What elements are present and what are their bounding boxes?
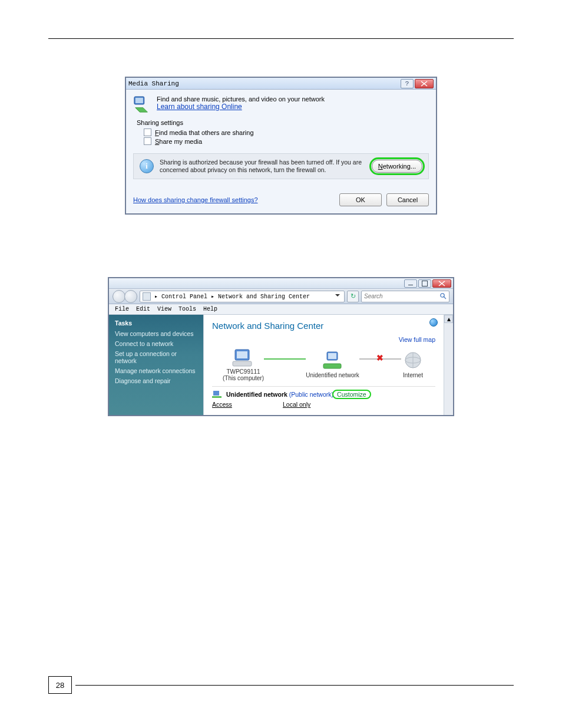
- access-value: Local only: [283, 401, 310, 408]
- cancel-button[interactable]: Cancel: [386, 193, 429, 206]
- window-chrome: [109, 278, 453, 289]
- globe-icon: [401, 351, 425, 372]
- scroll-up-icon[interactable]: ▴: [444, 315, 453, 323]
- help-icon[interactable]: ?: [401, 79, 414, 88]
- svg-rect-5: [237, 351, 247, 358]
- view-full-map-link[interactable]: View full map: [399, 336, 435, 343]
- tasks-header: Tasks: [115, 319, 197, 327]
- menu-help[interactable]: Help: [201, 306, 220, 312]
- tasks-sidebar: Tasks View computers and devices Connect…: [109, 315, 203, 415]
- find-media-checkbox[interactable]: [144, 129, 151, 136]
- task-view-computers[interactable]: View computers and devices: [115, 330, 197, 337]
- svg-rect-1: [135, 98, 143, 103]
- task-diagnose-repair[interactable]: Diagnose and repair: [115, 377, 197, 384]
- search-placeholder: Search: [364, 293, 383, 299]
- svg-rect-12: [213, 391, 219, 396]
- svg-line-3: [444, 297, 447, 299]
- menu-bar: File Edit View Tools Help: [109, 304, 453, 315]
- learn-sharing-link[interactable]: Learn about sharing Online: [157, 103, 325, 111]
- minimize-icon[interactable]: [404, 279, 417, 288]
- vertical-scrollbar[interactable]: ▴: [444, 315, 453, 415]
- node-this-computer: TWPC99111 (This computer): [223, 347, 264, 381]
- share-media-label: Share my media: [155, 138, 202, 145]
- search-input[interactable]: Search: [361, 291, 449, 302]
- info-icon: i: [140, 159, 154, 173]
- chevron-down-icon[interactable]: [333, 291, 342, 302]
- breadcrumb-text: ▸ Control Panel ▸ Network and Sharing Ce…: [154, 293, 310, 300]
- firewall-settings-link[interactable]: How does sharing change firewall setting…: [133, 196, 258, 203]
- edge-broken: [359, 358, 401, 360]
- back-button[interactable]: [113, 290, 125, 303]
- node-pc-caption: (This computer): [223, 375, 264, 381]
- svg-rect-9: [323, 364, 341, 368]
- network-sharing-center-window: ▸ Control Panel ▸ Network and Sharing Ce…: [108, 277, 454, 416]
- firewall-info-text: Sharing is authorized because your firew…: [160, 159, 366, 174]
- find-media-label: Find media that others are sharing: [155, 129, 254, 136]
- network-mini-icon: [212, 390, 223, 398]
- breadcrumb[interactable]: ▸ Control Panel ▸ Network and Sharing Ce…: [140, 291, 345, 302]
- page-title: Network and Sharing Center: [212, 321, 435, 331]
- dialog-title: Media Sharing: [128, 80, 179, 87]
- node-mid-label: Unidentified network: [306, 372, 359, 378]
- access-key: Access: [212, 401, 283, 408]
- svg-rect-6: [233, 361, 252, 366]
- network-map: TWPC99111 (This computer) Unidentified n…: [212, 347, 435, 381]
- svg-rect-13: [212, 396, 222, 398]
- ok-button[interactable]: OK: [339, 193, 382, 206]
- address-bar: ▸ Control Panel ▸ Network and Sharing Ce…: [109, 289, 453, 304]
- node-internet-label: Internet: [403, 372, 423, 378]
- dialog-titlebar[interactable]: Media Sharing ?: [126, 78, 436, 90]
- node-pc-name: TWPC99111: [226, 368, 260, 375]
- node-unidentified-network: Unidentified network: [306, 351, 359, 378]
- network-icon: [321, 351, 345, 372]
- forward-button[interactable]: [124, 290, 137, 303]
- refresh-icon[interactable]: ↻: [347, 291, 359, 302]
- media-sharing-icon: [133, 95, 151, 113]
- computer-icon: [232, 347, 255, 368]
- menu-edit[interactable]: Edit: [134, 306, 153, 312]
- network-name: Unidentified network: [226, 391, 287, 398]
- maximize-icon[interactable]: [418, 279, 431, 288]
- network-detail-row: Unidentified network (Public network) Cu…: [212, 386, 435, 398]
- share-media-checkbox[interactable]: [144, 137, 151, 145]
- access-row: Access Local only: [212, 401, 435, 408]
- network-type: (Public network): [289, 391, 333, 398]
- menu-view[interactable]: View: [155, 306, 174, 312]
- networking-button[interactable]: Networking...: [372, 160, 422, 173]
- menu-file[interactable]: File: [113, 306, 131, 312]
- control-panel-icon: [143, 292, 151, 301]
- customize-link[interactable]: Customize: [337, 391, 366, 398]
- page-number: 28: [48, 676, 72, 694]
- node-internet: Internet: [401, 351, 425, 378]
- main-pane: Network and Sharing Center View full map…: [203, 315, 444, 415]
- close-icon[interactable]: [415, 79, 434, 88]
- svg-rect-8: [328, 353, 336, 359]
- svg-point-2: [441, 293, 444, 297]
- intro-text: Find and share music, pictures, and vide…: [157, 95, 325, 103]
- task-setup-connection[interactable]: Set up a connection or network: [115, 350, 197, 364]
- help-icon[interactable]: [429, 318, 438, 327]
- task-manage-connections[interactable]: Manage network connections: [115, 367, 197, 374]
- close-icon[interactable]: [432, 279, 451, 288]
- task-connect-network[interactable]: Connect to a network: [115, 340, 197, 347]
- edge-ok: [264, 358, 306, 360]
- search-icon: [439, 292, 447, 301]
- menu-tools[interactable]: Tools: [176, 306, 199, 312]
- sharing-settings-label: Sharing settings: [137, 119, 429, 126]
- media-sharing-dialog: Media Sharing ? Find and share music, pi…: [125, 77, 437, 215]
